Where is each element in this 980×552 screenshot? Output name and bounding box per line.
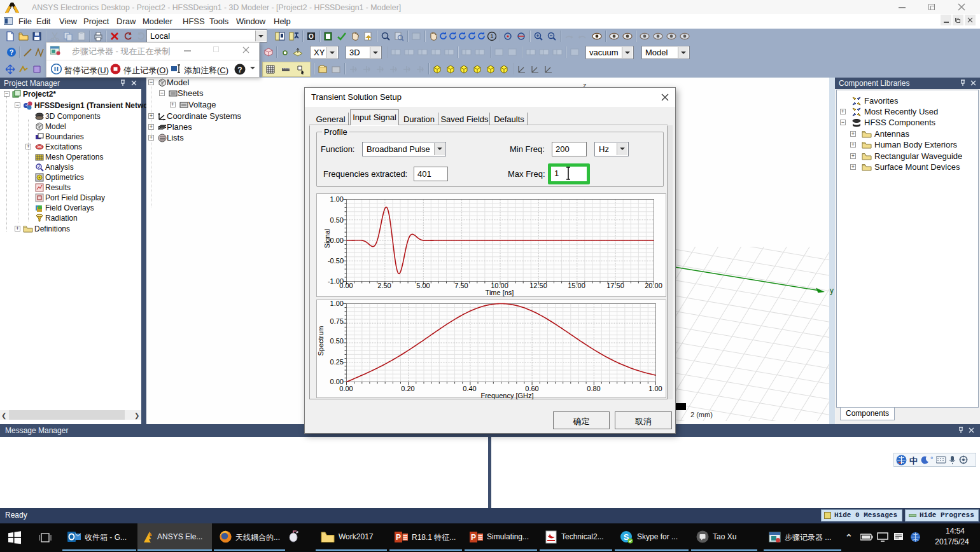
svg-text:?: ? xyxy=(10,48,14,56)
svg-text:P: P xyxy=(396,533,401,542)
svg-text:P: P xyxy=(471,533,476,542)
svg-text:?: ? xyxy=(237,66,242,74)
svg-text:O: O xyxy=(309,33,314,40)
svg-text:1: 1 xyxy=(490,33,493,39)
